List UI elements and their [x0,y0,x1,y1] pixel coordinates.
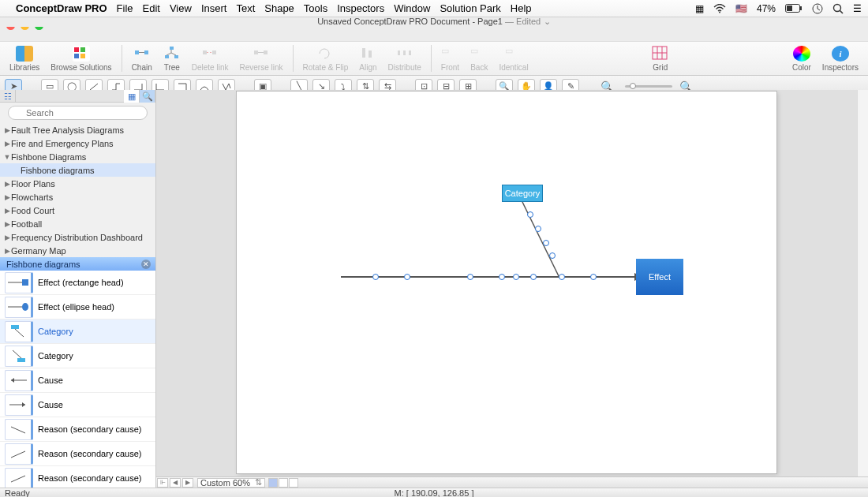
zoom-window-button[interactable] [35,21,43,30]
svg-rect-13 [203,50,207,54]
zoom-select[interactable]: Custom 60%⇅ [197,478,265,488]
battery-icon[interactable] [785,4,803,13]
handle[interactable] [467,274,473,280]
tree-item[interactable]: ▶Fault Tree Analysis Diagrams [0,123,155,136]
handle[interactable] [372,274,379,280]
tree-item[interactable]: ▶Flowcharts [0,190,155,204]
page-nav-first[interactable]: ⊩ [157,478,168,488]
lib-item[interactable]: Effect (rectange head) [0,271,155,295]
menu-edit[interactable]: Edit [143,2,160,14]
close-window-button[interactable] [6,21,15,30]
notifications-icon[interactable]: ☰ [853,3,862,14]
spotlight-icon[interactable] [832,3,844,14]
handle[interactable] [549,252,556,259]
library-tree: ▶Fault Tree Analysis Diagrams ▶Fire and … [0,123,155,257]
search-input[interactable] [8,106,148,120]
tree-item[interactable]: ▶Fire and Emergency Plans [0,136,155,150]
sidebar: ☷ ▦ 🔍 ▶Fault Tree Analysis Diagrams ▶Fir… [0,90,156,488]
menu-help[interactable]: Help [511,2,532,14]
tb-distribute: Distribute [383,46,426,72]
svg-line-40 [11,451,25,458]
tree-item[interactable]: ▶Football [0,217,155,230]
sb-grid-view-btn[interactable]: ▦ [124,90,140,103]
svg-line-34 [13,350,21,358]
menu-shape[interactable]: Shape [264,2,294,14]
status-coord: M: [ 190.09, 126.85 ] [395,488,474,498]
menu-insert[interactable]: Insert [201,2,227,14]
zoom-slider-thumb[interactable] [630,83,636,89]
tree-item-active[interactable]: Fishbone diagrams [0,163,155,177]
tb-identical: ▭Identical [494,46,533,72]
svg-rect-18 [362,48,365,58]
page-nav-next[interactable]: ▶ [182,478,193,488]
svg-rect-8 [144,50,148,54]
handle[interactable] [404,274,410,280]
library-header[interactable]: Fishbone diagrams ✕ [0,257,155,271]
vertical-scrollbar[interactable] [857,90,868,476]
minimize-window-button[interactable] [21,21,29,30]
tree-item[interactable]: ▶Germany Map [0,244,155,257]
menu-tools[interactable]: Tools [304,2,327,14]
svg-rect-19 [369,50,372,58]
handle[interactable] [535,226,541,232]
svg-rect-3 [800,6,802,10]
canvas-area[interactable]: Category Effect [156,90,868,488]
lib-item[interactable]: Category [0,344,155,368]
lib-item[interactable]: Reason (secondary cause) [0,417,155,442]
svg-rect-33 [17,358,25,362]
page-tab-add[interactable] [279,478,288,488]
svg-point-5 [834,4,841,11]
grid-menu-icon[interactable]: ▦ [695,3,704,14]
tree-item[interactable]: ▶Floor Plans [0,177,155,190]
svg-rect-10 [170,47,174,50]
lib-item[interactable]: Reason (secondary cause) [0,466,155,488]
svg-line-41 [11,476,25,482]
svg-point-30 [22,303,28,311]
menu-window[interactable]: Window [394,2,430,14]
tb-color[interactable]: Color [788,46,816,72]
menu-view[interactable]: View [170,2,192,14]
canvas-page[interactable]: Category Effect [237,92,776,473]
tb-chain[interactable]: Chain [127,46,157,72]
tb-grid[interactable]: Grid [647,46,674,72]
tb-delete-link: Delete link [187,46,234,72]
wifi-icon[interactable] [713,4,726,13]
tree-item[interactable]: ▶Food Court [0,204,155,217]
sb-search-btn[interactable]: 🔍 [140,90,155,103]
handle[interactable] [499,274,505,280]
svg-rect-21 [403,50,406,55]
menu-inspectors[interactable]: Inspectors [337,2,384,14]
page-tab-add2[interactable] [289,478,298,488]
clock-icon[interactable] [812,3,823,14]
svg-marker-38 [22,402,25,407]
sb-tree-view-btn[interactable]: ☷ [0,90,16,103]
lib-item-selected[interactable]: Category [0,320,155,344]
lib-item[interactable]: Effect (ellipse head) [0,295,155,320]
tree-item[interactable]: ▶Frequency Distribution Dashboard [0,230,155,244]
menu-solution-park[interactable]: Solution Park [440,2,500,14]
lib-item[interactable]: Reason (secondary cause) [0,442,155,466]
handle[interactable] [590,274,597,280]
page-tab-1[interactable] [268,478,278,488]
handle[interactable] [543,240,549,246]
menu-text[interactable]: Text [236,2,255,14]
tb-inspectors[interactable]: iInspectors [817,46,863,72]
flag-icon[interactable]: 🇺🇸 [735,3,747,14]
page-nav-prev[interactable]: ◀ [170,478,181,488]
sb-filter-input[interactable] [16,90,124,102]
tb-libraries[interactable]: Libraries [5,46,44,72]
close-library-btn[interactable]: ✕ [141,260,151,269]
app-name[interactable]: ConceptDraw PRO [16,2,107,14]
svg-line-6 [840,10,844,13]
svg-line-32 [15,329,24,337]
lib-item[interactable]: Cause [0,393,155,417]
tree-item[interactable]: ▼Fishbone Diagrams [0,150,155,163]
tb-tree[interactable]: Tree [159,46,185,72]
lib-item[interactable]: Cause [0,368,155,393]
category-node[interactable]: Category [502,185,543,202]
menu-file[interactable]: File [117,2,133,14]
tb-browse-solutions[interactable]: Browse Solutions [46,46,116,72]
effect-node[interactable]: Effect [636,259,683,295]
handle[interactable] [527,211,533,218]
handle[interactable] [513,274,519,280]
